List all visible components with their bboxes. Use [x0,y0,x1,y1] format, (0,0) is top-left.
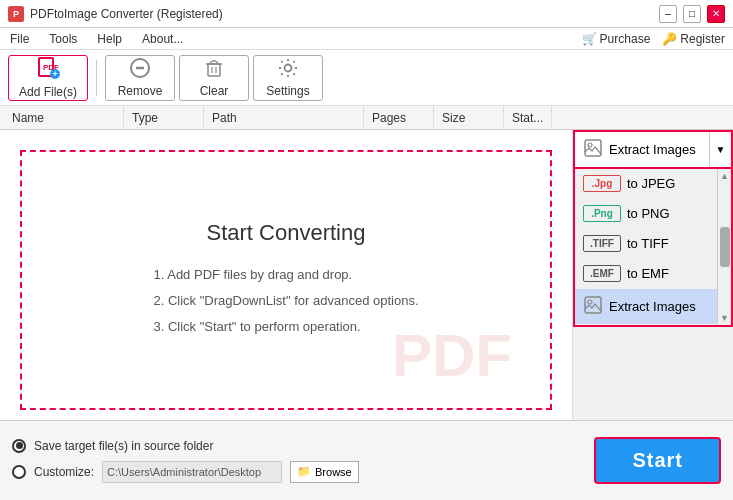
format-header-row: Extract Images ▼ [573,130,733,169]
png-badge: .Png [583,205,621,222]
remove-button[interactable]: Remove [105,55,175,101]
close-button[interactable]: ✕ [707,5,725,23]
folder-icon: 📁 [297,465,311,478]
col-header-name: Name [4,106,124,129]
path-input[interactable] [102,461,282,483]
extract-images-icon [583,138,603,161]
menu-about[interactable]: About... [140,31,185,47]
register-link[interactable]: 🔑 Register [662,32,725,46]
col-header-size: Size [434,106,504,129]
menu-file[interactable]: File [8,31,31,47]
customize-label: Customize: [34,465,94,479]
remove-icon [129,57,151,82]
col-header-pages: Pages [364,106,434,129]
key-icon: 🔑 [662,32,677,46]
minimize-button[interactable]: – [659,5,677,23]
clear-icon [203,57,225,82]
svg-text:+: + [53,69,58,79]
start-converting-title: Start Converting [207,220,366,246]
customize-row: Customize: 📁 Browse [12,461,359,483]
format-scrollbar[interactable]: ▲ ▼ [717,169,731,325]
step-3: 3. Click "Start" to perform operation. [153,314,418,340]
svg-rect-15 [585,140,601,156]
add-files-label: Add File(s) [19,85,77,99]
menu-bar: File Tools Help About... 🛒 Purchase 🔑 Re… [0,28,733,50]
step-1: 1. Add PDF files by drag and drop. [153,262,418,288]
format-tiff[interactable]: .TIFF to TIFF [575,229,717,259]
extract-label: Extract Images [609,299,696,314]
extract-icon [583,295,603,318]
dropdown-arrow-icon: ▼ [716,144,726,155]
col-header-path: Path [204,106,364,129]
bottom-left: Save target file(s) in source folder Cus… [12,439,359,483]
start-label: Start [632,449,683,471]
add-files-icon: PDF + [36,56,60,83]
format-jpeg[interactable]: .Jpg to JPEG [575,169,717,199]
settings-label: Settings [266,84,309,98]
col-header-status: Stat... [504,106,552,129]
format-list-wrapper: .Jpg to JPEG .Png to PNG .TIFF to TIFF .… [573,169,733,327]
browse-label: Browse [315,466,352,478]
extract-images-label: Extract Images [609,142,696,157]
column-headers: Name Type Path Pages Size Stat... [0,106,733,130]
remove-label: Remove [118,84,163,98]
emf-badge: .EMF [583,265,621,282]
start-converting-steps: 1. Add PDF files by drag and drop. 2. Cl… [153,262,418,340]
clear-label: Clear [200,84,229,98]
settings-icon [277,57,299,82]
svg-point-14 [285,65,292,72]
format-dropdown-arrow-btn[interactable]: ▼ [709,132,731,167]
tiff-badge: .TIFF [583,235,621,252]
cart-icon: 🛒 [582,32,597,46]
start-converting-box: Start Converting 1. Add PDF files by dra… [20,150,552,410]
format-png[interactable]: .Png to PNG [575,199,717,229]
svg-point-16 [588,143,592,147]
main-area: Start Converting 1. Add PDF files by dra… [0,130,733,420]
title-bar: P PDFtoImage Converter (Registered) – □ … [0,0,733,28]
window-title: PDFtoImage Converter (Registered) [30,7,223,21]
jpeg-badge: .Jpg [583,175,621,192]
extract-images-button[interactable]: Extract Images [575,132,709,167]
format-emf[interactable]: .EMF to EMF [575,259,717,289]
bottom-bar: Save target file(s) in source folder Cus… [0,420,733,500]
toolbar: PDF + Add File(s) Remove [0,50,733,106]
save-source-row[interactable]: Save target file(s) in source folder [12,439,359,453]
menu-tools[interactable]: Tools [47,31,79,47]
tiff-label: to TIFF [627,236,669,251]
app-icon: P [8,6,24,22]
window-controls: – □ ✕ [659,5,725,23]
purchase-link[interactable]: 🛒 Purchase [582,32,651,46]
customize-radio[interactable] [12,465,26,479]
menu-bar-right: 🛒 Purchase 🔑 Register [582,32,725,46]
col-header-type: Type [124,106,204,129]
menu-help[interactable]: Help [95,31,124,47]
start-button[interactable]: Start [594,437,721,484]
save-source-radio[interactable] [12,439,26,453]
add-files-button[interactable]: PDF + Add File(s) [8,55,88,101]
emf-label: to EMF [627,266,669,281]
menu-bar-left: File Tools Help About... [8,31,185,47]
scroll-down-arrow[interactable]: ▼ [720,313,729,323]
format-extract[interactable]: Extract Images [575,289,717,325]
maximize-button[interactable]: □ [683,5,701,23]
scroll-thumb[interactable] [720,227,730,267]
svg-point-18 [588,300,592,304]
scroll-up-arrow[interactable]: ▲ [720,171,729,181]
jpeg-label: to JPEG [627,176,675,191]
clear-button[interactable]: Clear [179,55,249,101]
step-2: 2. Click "DragDownList" for advanced opt… [153,288,418,314]
svg-rect-7 [208,64,220,76]
format-list: .Jpg to JPEG .Png to PNG .TIFF to TIFF .… [575,169,717,325]
right-panel: Extract Images ▼ .Jpg to JPEG .Png to PN… [573,130,733,420]
save-source-label: Save target file(s) in source folder [34,439,213,453]
browse-button[interactable]: 📁 Browse [290,461,359,483]
settings-button[interactable]: Settings [253,55,323,101]
svg-rect-17 [585,297,601,313]
png-label: to PNG [627,206,670,221]
file-list-area[interactable]: Start Converting 1. Add PDF files by dra… [0,130,573,420]
toolbar-separator-1 [96,60,97,96]
